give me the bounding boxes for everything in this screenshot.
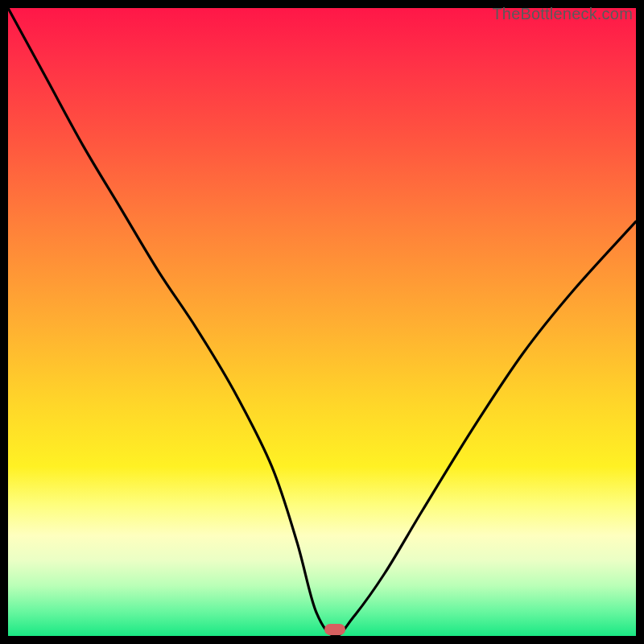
bottleneck-curve xyxy=(8,8,636,636)
optimum-marker xyxy=(324,624,345,635)
chart-container: TheBottleneck.com xyxy=(0,0,644,644)
plot-area xyxy=(8,8,636,636)
watermark-text: TheBottleneck.com xyxy=(492,5,633,23)
curve-path xyxy=(8,8,636,636)
